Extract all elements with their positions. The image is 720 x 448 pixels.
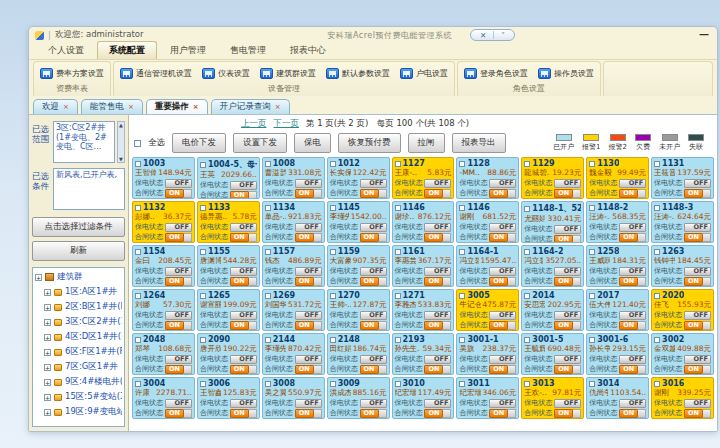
switch-status-toggle[interactable]: ON [424, 409, 451, 418]
expander-icon[interactable]: + [44, 349, 51, 356]
tree-item[interactable]: + 7区:G区1#井 [35, 361, 122, 373]
power-protect-toggle[interactable]: OFF [619, 223, 646, 232]
switch-status-toggle[interactable]: ON [360, 409, 387, 418]
switch-status-toggle[interactable]: ON [424, 365, 451, 374]
card-checkbox[interactable] [330, 161, 336, 167]
meter-card[interactable]: 2144 李瑾先.. 870.42元 保电状态 OFF [262, 333, 325, 375]
switch-status-toggle[interactable]: ON [489, 321, 516, 330]
card-checkbox[interactable] [395, 337, 401, 343]
switch-status-toggle[interactable]: ON [230, 191, 257, 200]
meter-card[interactable]: 1154 金曰 208.45元 保电状态 OFF [132, 245, 195, 287]
switch-status-toggle[interactable]: ON [165, 233, 192, 242]
card-checkbox[interactable] [654, 381, 660, 387]
switch-status-toggle[interactable]: ON [554, 189, 581, 198]
meter-card[interactable]: 2020 佳飞 155.93元 保电状态 OFF [651, 289, 714, 331]
card-checkbox[interactable] [135, 337, 141, 343]
menu-tab[interactable]: 售电管理 [219, 42, 277, 59]
card-checkbox[interactable] [395, 381, 401, 387]
switch-status-toggle[interactable]: ON [554, 409, 581, 418]
expander-icon[interactable]: + [44, 304, 51, 311]
switch-status-toggle[interactable]: ON [684, 277, 711, 286]
power-protect-toggle[interactable]: OFF [295, 223, 322, 232]
meter-card[interactable]: 2148 田红娟 186.74元 保电状态 OFF [327, 333, 390, 375]
card-checkbox[interactable] [265, 381, 271, 387]
meter-card[interactable]: 1164-1 冯立碧.. 1595.47.. 保电状态 OFF [456, 245, 519, 287]
card-checkbox[interactable] [395, 205, 401, 211]
power-protect-toggle[interactable]: OFF [360, 311, 387, 320]
switch-status-toggle[interactable]: ON [165, 365, 192, 374]
meter-card[interactable]: 1161 李惠芸 367.17元 保电状态 OFF [392, 245, 455, 287]
switch-status-toggle[interactable]: ON [230, 365, 257, 374]
meter-card[interactable]: 3004 许康 2278.71.. 保电状态 OFF [132, 377, 195, 419]
card-checkbox[interactable] [524, 381, 530, 387]
switch-status-toggle[interactable]: ON [424, 321, 451, 330]
meter-card[interactable]: 1157 钱杰 486.89元 保电状态 OFF [262, 245, 325, 287]
card-checkbox[interactable] [524, 249, 530, 255]
meter-card[interactable]: 1148-1、522 尤丽娟 330.41元 保电状态 OFF [521, 201, 584, 243]
power-protect-toggle[interactable]: OFF [295, 399, 322, 408]
choose-filter-button[interactable]: 点击选择过滤条件 [32, 217, 125, 237]
card-checkbox[interactable] [200, 249, 206, 255]
meter-card[interactable]: 1145 李瑾先.. 1542.00.. 保电状态 OFF [327, 201, 390, 243]
power-protect-toggle[interactable]: OFF [165, 399, 192, 408]
tab-close-icon[interactable]: × [63, 104, 69, 111]
action-button[interactable]: 拉闸 [408, 133, 445, 153]
card-checkbox[interactable] [654, 337, 660, 343]
switch-status-toggle[interactable]: ON [489, 233, 516, 242]
meter-card[interactable]: 3014 仇尚争.. 1103.54.. 保电状态 OFF [586, 377, 649, 419]
ribbon-button[interactable]: 费率方案设置 [40, 68, 104, 79]
meter-card[interactable]: 1269 刘国华 531.72元 保电状态 OFF [262, 289, 325, 331]
switch-status-toggle[interactable]: ON [230, 233, 257, 242]
expander-icon[interactable]: + [35, 274, 42, 281]
ribbon-button[interactable]: 默认参数设置 [326, 68, 390, 79]
meter-card[interactable]: 3001-6 孙长争.. 293.15元 保电状态 OFF [586, 333, 649, 375]
meter-card[interactable]: 1130 魏金毅 99.49元 保电状态 OFF [586, 157, 649, 199]
power-protect-toggle[interactable]: OFF [489, 311, 516, 320]
meter-card[interactable]: 1132 彭娜.. 36.37元 保电状态 OFF [132, 201, 195, 243]
card-checkbox[interactable] [200, 337, 206, 343]
menu-tab[interactable]: 报表中心 [279, 42, 337, 59]
switch-status-toggle[interactable]: ON [360, 365, 387, 374]
power-protect-toggle[interactable]: OFF [165, 311, 192, 320]
power-protect-toggle[interactable]: OFF [554, 225, 581, 234]
switch-status-toggle[interactable]: ON [554, 365, 581, 374]
card-checkbox[interactable] [330, 381, 336, 387]
switch-status-toggle[interactable]: ON [295, 277, 322, 286]
prev-page-link[interactable]: 上一页 [241, 118, 267, 130]
power-protect-toggle[interactable]: OFF [295, 311, 322, 320]
switch-status-toggle[interactable]: ON [295, 365, 322, 374]
expander-icon[interactable]: + [44, 289, 51, 296]
card-checkbox[interactable] [459, 381, 465, 387]
tree-item[interactable]: + 9区:4#楼电井(4#楼... [35, 376, 122, 388]
switch-status-toggle[interactable]: ON [230, 277, 257, 286]
card-checkbox[interactable] [524, 337, 530, 343]
meter-card[interactable]: 1128 -MM.. 88.86元 保电状态 OFF [456, 157, 519, 199]
power-protect-toggle[interactable]: OFF [230, 399, 257, 408]
meter-card[interactable]: 1148-2 汪涛-.. 568.35元 保电状态 OFF [586, 201, 649, 243]
switch-status-toggle[interactable]: ON [684, 365, 711, 374]
switch-status-toggle[interactable]: ON [554, 235, 581, 244]
switch-status-toggle[interactable]: ON [554, 321, 581, 330]
power-protect-toggle[interactable]: OFF [554, 355, 581, 364]
switch-status-toggle[interactable]: ON [619, 365, 646, 374]
switch-status-toggle[interactable]: ON [165, 277, 192, 286]
power-protect-toggle[interactable]: OFF [360, 399, 387, 408]
minimize-button[interactable]: — [699, 31, 709, 39]
ribbon-button[interactable]: 操作员设置 [538, 68, 594, 79]
meter-card[interactable]: 1159 大富豪 907.35元 保电状态 OFF [327, 245, 390, 287]
power-protect-toggle[interactable]: OFF [619, 267, 646, 276]
power-protect-toggle[interactable]: OFF [619, 179, 646, 188]
card-checkbox[interactable] [589, 249, 595, 255]
next-page-link[interactable]: 下一页 [274, 118, 300, 130]
power-protect-toggle[interactable]: OFF [424, 399, 451, 408]
card-checkbox[interactable] [589, 205, 595, 211]
switch-status-toggle[interactable]: ON [619, 233, 646, 242]
power-protect-toggle[interactable]: OFF [424, 355, 451, 364]
power-protect-toggle[interactable]: OFF [424, 311, 451, 320]
tree-item[interactable]: + 6区:F区1#井(F区1#... [35, 346, 122, 358]
switch-status-toggle[interactable]: ON [554, 277, 581, 286]
meter-card[interactable]: 1263 钱钟书.. 184.45元 保电状态 OFF [651, 245, 714, 287]
switch-status-toggle[interactable]: ON [230, 321, 257, 330]
power-protect-toggle[interactable]: OFF [684, 179, 711, 188]
power-protect-toggle[interactable]: OFF [424, 267, 451, 276]
